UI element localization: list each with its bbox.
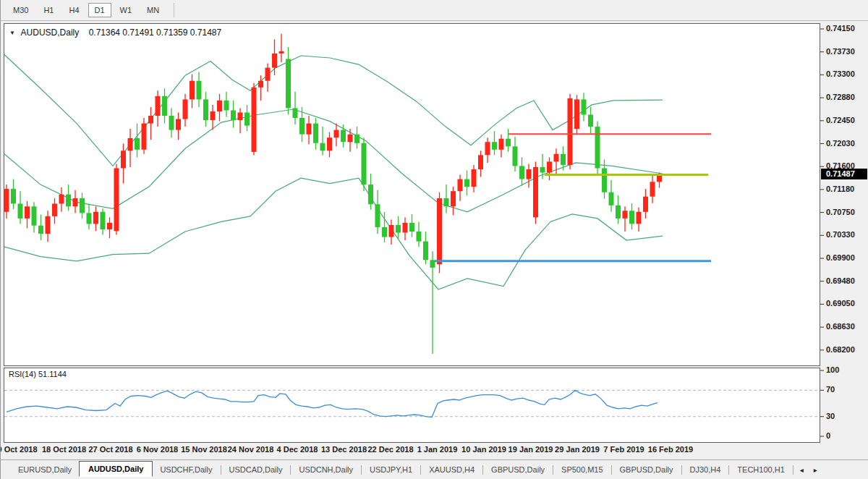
candle-body — [252, 88, 257, 152]
tab-separator — [553, 465, 553, 475]
rsi-pane[interactable] — [4, 368, 820, 443]
candle-body — [217, 101, 222, 111]
timeframe-button-m30[interactable]: M30 — [7, 3, 35, 17]
timeframe-button-h4[interactable]: H4 — [62, 3, 85, 17]
tab-separator — [420, 465, 421, 475]
candle-body — [602, 169, 607, 192]
price-axis-label: 0.72880 — [826, 93, 855, 101]
date-axis-label: 9 Oct 2018 — [0, 445, 38, 454]
candle-body — [595, 127, 600, 168]
current-price-marker: 0.71487 — [821, 169, 867, 179]
symbol-tab-dj30-h4[interactable]: DJ30,H4 — [683, 462, 728, 477]
candle-body — [382, 227, 387, 237]
price-axis-label: 0.73300 — [826, 69, 855, 78]
timeframe-toolbar: M30H1H4D1W1MN — [1, 0, 868, 21]
candle-body — [403, 223, 408, 233]
candle-body — [169, 116, 174, 130]
tab-separator — [728, 465, 729, 475]
candle-body — [93, 212, 98, 224]
candle-body — [135, 138, 140, 150]
tab-separator — [221, 465, 221, 475]
candle-body — [66, 195, 71, 207]
candle-body — [80, 198, 85, 213]
symbol-tab-usdchf-daily[interactable]: USDCHF,Daily — [153, 462, 219, 477]
date-axis-label: 10 Jan 2019 — [461, 445, 506, 454]
candle-body — [643, 197, 648, 212]
candle-body — [362, 143, 367, 185]
candle-body — [307, 124, 312, 135]
candle-body — [101, 212, 106, 229]
candle-body — [114, 169, 119, 232]
candle-body — [423, 242, 428, 260]
candle-body — [272, 54, 277, 68]
candle-body — [389, 225, 394, 237]
tab-separator — [611, 465, 612, 475]
candle-body — [231, 111, 236, 121]
candle-body — [128, 138, 133, 151]
candle-body — [506, 139, 511, 147]
candle-body — [409, 223, 414, 232]
candle-body — [238, 113, 243, 121]
candle-body — [458, 179, 463, 192]
date-axis-label: 18 Oct 2018 — [42, 445, 86, 454]
symbol-tab-audusd-daily[interactable]: AUDUSD,Daily — [79, 461, 153, 477]
tab-scroll-left-button[interactable]: ◂ — [796, 465, 808, 475]
date-axis-label: 16 Feb 2019 — [648, 445, 693, 454]
symbol-tab-sp500-m15[interactable]: SP500,M15 — [554, 462, 610, 477]
candle-body — [417, 232, 422, 242]
candle-body — [162, 96, 167, 116]
candle-body — [588, 115, 593, 127]
candle-body — [210, 111, 216, 120]
chart-symbol-title: ▼ AUDUSD,Daily 0.71364 0.71491 0.71359 0… — [9, 27, 221, 38]
candle-body — [73, 198, 78, 206]
candle-body — [451, 191, 456, 206]
chart-canvas[interactable] — [1, 0, 868, 479]
candle-body — [4, 189, 9, 212]
symbol-tab-eurusd-daily[interactable]: EURUSD,Daily — [11, 462, 79, 477]
symbol-tab-xauusd-h4[interactable]: XAUUSD,H4 — [422, 462, 482, 477]
candle-body — [313, 124, 318, 143]
date-axis-label: 29 Jan 2019 — [555, 445, 600, 454]
candle-body — [533, 167, 538, 217]
timeframe-button-h1[interactable]: H1 — [37, 3, 60, 17]
symbol-tab-tech100-h1[interactable]: TECH100,H1 — [730, 462, 791, 477]
symbol-name: AUDUSD,Daily — [21, 27, 80, 38]
symbol-tab-usdjpy-h1[interactable]: USDJPY,H1 — [362, 462, 420, 477]
candle-body — [499, 139, 504, 150]
candle-body — [46, 216, 51, 234]
candle-body — [142, 124, 147, 150]
symbol-tab-gbpusd-daily[interactable]: GBPUSD,Daily — [613, 462, 681, 477]
candle-body — [341, 130, 346, 143]
timeframe-button-d1[interactable]: D1 — [88, 3, 111, 17]
candle-body — [18, 204, 23, 219]
candle-body — [107, 223, 112, 229]
candle-body — [444, 198, 449, 206]
tab-scroll-right-button[interactable]: ▸ — [809, 465, 822, 475]
candle-body — [616, 205, 621, 219]
symbol-tab-usdcnh-daily[interactable]: USDCNH,Daily — [292, 462, 360, 477]
date-axis-label: 13 Dec 2018 — [321, 445, 367, 454]
price-axis-label: 0.71600 — [826, 161, 855, 170]
timeframe-button-w1[interactable]: W1 — [114, 3, 139, 17]
symbol-tab-gbpusd-daily[interactable]: GBPUSD,Daily — [484, 462, 552, 477]
candle-body — [38, 226, 43, 234]
tab-separator — [290, 465, 291, 475]
price-axis-label: 0.68200 — [826, 345, 855, 354]
candle-body — [396, 225, 401, 233]
terminal-window: M30H1H4D1W1MN ▼ AUDUSD,Daily 0.71364 0.7… — [0, 0, 868, 479]
candle-body — [87, 213, 92, 224]
candle-body — [437, 198, 442, 264]
candle-body — [59, 195, 64, 204]
collapse-triangle-icon[interactable]: ▼ — [9, 30, 15, 36]
candle-body — [368, 185, 373, 204]
timeframe-button-mn[interactable]: MN — [140, 3, 166, 17]
candle-body — [156, 96, 161, 116]
candle-body — [176, 119, 181, 130]
chart-tab-bar: EURUSD,DailyAUDUSD,DailyUSDCHF,DailyUSDC… — [1, 459, 868, 479]
main-chart-pane[interactable] — [4, 24, 820, 366]
candle-body — [183, 99, 188, 119]
candle-body — [224, 101, 229, 111]
candle-body — [334, 130, 339, 138]
candle-body — [485, 142, 490, 155]
symbol-tab-usdcad-daily[interactable]: USDCAD,Daily — [222, 462, 290, 477]
